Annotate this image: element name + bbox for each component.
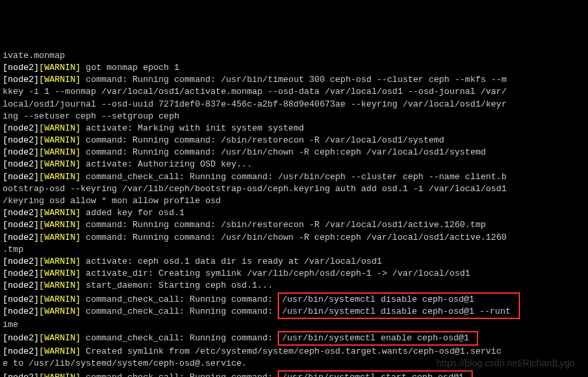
terminal-line: /keyring osd allow * mon allow profile o… bbox=[3, 195, 585, 207]
terminal-text: command_check_call: Running command: /us… bbox=[81, 172, 507, 182]
terminal-line: [node2][WARNIN] Created symlink from /et… bbox=[3, 346, 585, 358]
terminal-text: [node2] bbox=[3, 294, 39, 304]
terminal-text: [node2] bbox=[3, 123, 39, 133]
terminal-text: /usr/bin/systemctl disable ceph-osd@1 bbox=[278, 292, 519, 306]
terminal-text: [WARNIN] bbox=[39, 294, 81, 304]
terminal-line: [node2][WARNIN] command: Running command… bbox=[3, 135, 585, 147]
terminal-text: ing --setuser ceph --setgroup ceph bbox=[3, 111, 179, 121]
terminal-line: ing --setuser ceph --setgroup ceph bbox=[3, 111, 585, 123]
terminal-text: [node2] bbox=[3, 159, 39, 169]
terminal-text: [node2] bbox=[3, 172, 39, 182]
terminal-line: [node2][WARNIN] activate_dir: Creating s… bbox=[3, 268, 585, 280]
terminal-line: [node2][WARNIN] command_check_call: Runn… bbox=[3, 171, 585, 183]
terminal-line: [node2][WARNIN] command_check_call: Runn… bbox=[3, 292, 585, 306]
terminal-text: [WARNIN] bbox=[39, 256, 81, 266]
terminal-line: [node2][WARNIN] added key for osd.1 bbox=[3, 207, 585, 219]
terminal-text: [node2] bbox=[3, 147, 39, 157]
terminal-text: ootstrap-osd --keyring /var/lib/ceph/boo… bbox=[3, 184, 507, 194]
terminal-line: [node2][WARNIN] activate: Marking with i… bbox=[3, 123, 585, 135]
terminal-text: activate: ceph osd.1 data dir is ready a… bbox=[81, 256, 382, 266]
terminal-line: kkey -i 1 --monmap /var/local/osd1/activ… bbox=[3, 86, 585, 98]
terminal-text: ivate.monmap bbox=[3, 51, 65, 61]
terminal-text: command: Running command: /sbin/restorec… bbox=[81, 220, 486, 230]
terminal-text: e to /usr/lib/systemd/system/ceph-osd@.s… bbox=[3, 358, 247, 368]
terminal-text: /usr/bin/systemctl disable ceph-osd@1 --… bbox=[278, 306, 519, 319]
terminal-text: [WARNIN] bbox=[39, 75, 81, 85]
terminal-line: [node2][WARNIN] got monmap epoch 1 bbox=[3, 62, 585, 74]
terminal-text: activate: Authorizing OSD key... bbox=[81, 159, 252, 169]
terminal-text: [node2] bbox=[3, 135, 39, 145]
terminal-text: [node2] bbox=[3, 63, 39, 73]
terminal-text: [node2] bbox=[3, 280, 39, 290]
terminal-text: [node2] bbox=[3, 346, 39, 356]
terminal-text: [WARNIN] bbox=[39, 232, 81, 242]
terminal-line: ime bbox=[3, 319, 585, 331]
terminal-text: kkey -i 1 --monmap /var/local/osd1/activ… bbox=[3, 87, 507, 97]
terminal-text: [WARNIN] bbox=[39, 63, 81, 73]
terminal-text: [node2] bbox=[3, 75, 39, 85]
terminal-text: [WARNIN] bbox=[39, 268, 81, 278]
terminal-output: ivate.monmap[node2][WARNIN] got monmap e… bbox=[3, 50, 585, 377]
terminal-text: [WARNIN] bbox=[39, 172, 81, 182]
terminal-text: [WARNIN] bbox=[39, 123, 81, 133]
terminal-text: command_check_call: Running command: bbox=[81, 306, 278, 316]
terminal-text: [node2] bbox=[3, 372, 39, 377]
terminal-text: /keyring osd allow * mon allow profile o… bbox=[3, 196, 221, 206]
terminal-text: [WARNIN] bbox=[39, 333, 81, 343]
terminal-text: /usr/bin/systemctl start ceph-osd@1 bbox=[278, 370, 473, 377]
terminal-text: command: Running command: /usr/bin/chown… bbox=[81, 232, 507, 242]
terminal-line: [node2][WARNIN] start_daemon: Starting c… bbox=[3, 280, 585, 292]
terminal-text: [WARNIN] bbox=[39, 147, 81, 157]
terminal-text: ime bbox=[3, 320, 18, 330]
terminal-text: command: Running command: /usr/bin/chown… bbox=[81, 147, 486, 157]
terminal-text: activate_dir: Creating symlink /var/lib/… bbox=[81, 268, 470, 278]
terminal-line: [node2][WARNIN] activate: Authorizing OS… bbox=[3, 159, 585, 171]
terminal-line: ootstrap-osd --keyring /var/lib/ceph/boo… bbox=[3, 183, 585, 195]
terminal-text: activate: Marking with init system syste… bbox=[81, 123, 304, 133]
terminal-line: [node2][WARNIN] command: Running command… bbox=[3, 219, 585, 231]
terminal-text: [node2] bbox=[3, 333, 39, 343]
terminal-line: [node2][WARNIN] command_check_call: Runn… bbox=[3, 331, 585, 346]
terminal-text: Created symlink from /etc/systemd/system… bbox=[81, 346, 501, 356]
terminal-text: [node2] bbox=[3, 256, 39, 266]
terminal-text: [WARNIN] bbox=[39, 280, 81, 290]
terminal-text: [WARNIN] bbox=[39, 346, 81, 356]
terminal-text: command_check_call: Running command: bbox=[81, 372, 278, 377]
terminal-text: command: Running command: /usr/bin/timeo… bbox=[81, 75, 507, 85]
terminal-line: [node2][WARNIN] activate: ceph osd.1 dat… bbox=[3, 256, 585, 268]
terminal-text: [WARNIN] bbox=[39, 306, 81, 316]
terminal-line: [node2][WARNIN] command: Running command… bbox=[3, 147, 585, 159]
terminal-text: [node2] bbox=[3, 220, 39, 230]
terminal-text: command_check_call: Running command: bbox=[81, 294, 278, 304]
terminal-line: .tmp bbox=[3, 244, 585, 256]
terminal-text: [node2] bbox=[3, 232, 39, 242]
terminal-text: local/osd1/journal --osd-uuid 7271def0-8… bbox=[3, 99, 507, 109]
terminal-text: got monmap epoch 1 bbox=[81, 63, 179, 73]
terminal-text: [WARNIN] bbox=[39, 220, 81, 230]
terminal-text: [WARNIN] bbox=[39, 159, 81, 169]
terminal-text: [WARNIN] bbox=[39, 372, 81, 377]
terminal-text: [WARNIN] bbox=[39, 208, 81, 218]
terminal-line: [node2][WARNIN] command: Running command… bbox=[3, 232, 585, 244]
terminal-line: [node2][WARNIN] command: Running command… bbox=[3, 74, 585, 86]
terminal-text: [node2] bbox=[3, 306, 39, 316]
terminal-line: e to /usr/lib/systemd/system/ceph-osd@.s… bbox=[3, 358, 585, 370]
terminal-text: start_daemon: Starting ceph osd.1... bbox=[81, 280, 273, 290]
terminal-text: [node2] bbox=[3, 268, 39, 278]
terminal-line: [node2][WARNIN] command_check_call: Runn… bbox=[3, 370, 585, 377]
terminal-text: added key for osd.1 bbox=[81, 208, 184, 218]
terminal-line: ivate.monmap bbox=[3, 50, 585, 62]
terminal-line: [node2][WARNIN] command_check_call: Runn… bbox=[3, 306, 585, 319]
terminal-text: .tmp bbox=[3, 244, 23, 254]
terminal-text: command: Running command: /sbin/restorec… bbox=[81, 135, 444, 145]
terminal-text: [WARNIN] bbox=[39, 135, 81, 145]
terminal-text: command_check_call: Running command: bbox=[81, 333, 278, 343]
terminal-line: local/osd1/journal --osd-uuid 7271def0-8… bbox=[3, 99, 585, 111]
terminal-text: /usr/bin/systemctl enable ceph-osd@1 bbox=[278, 331, 478, 346]
terminal-text: [node2] bbox=[3, 208, 39, 218]
